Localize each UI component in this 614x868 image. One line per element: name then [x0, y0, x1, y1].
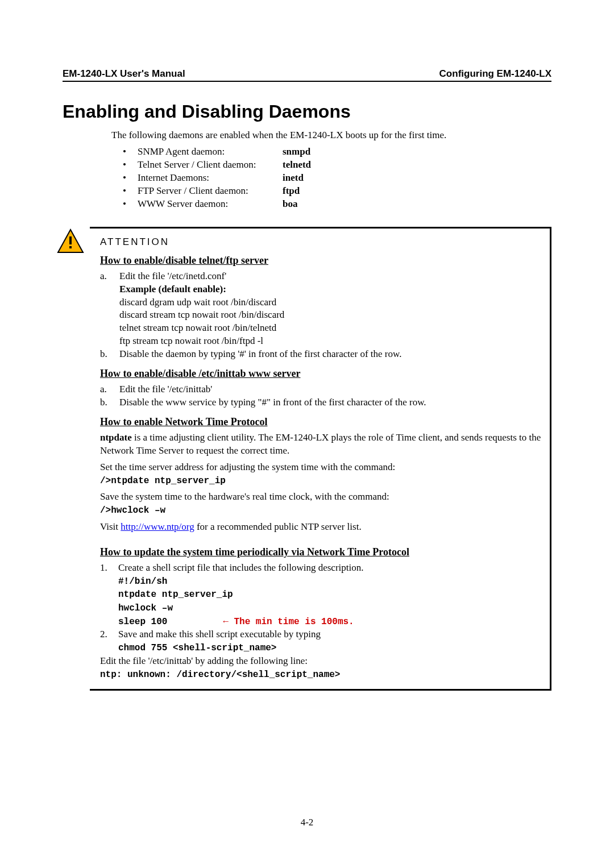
- list-marker: b.: [100, 348, 119, 361]
- section-heading: How to update the system time periodical…: [100, 546, 543, 558]
- code-line: discard stream tcp nowait root /bin/disc…: [119, 309, 284, 320]
- daemon-label: FTP Server / Client daemon:: [138, 185, 283, 198]
- list-item: 2. Save and make this shell script execu…: [100, 628, 543, 655]
- paragraph: ntpdate is a time adjusting client utili…: [100, 431, 543, 458]
- list-marker: a.: [100, 270, 119, 348]
- list-item: Internet Daemons: inetd: [123, 172, 551, 185]
- page-number: 4-2: [0, 817, 614, 828]
- code-line: telnet stream tcp nowait root /bin/telne…: [119, 322, 276, 333]
- page-header: EM-1240-LX User's Manual Configuring EM-…: [63, 68, 551, 82]
- list-item: b. Disable the www service by typing "#"…: [100, 396, 543, 409]
- list-item: Telnet Server / Client daemon: telnetd: [123, 159, 551, 172]
- svg-rect-2: [69, 246, 72, 248]
- text: Create a shell script file that includes…: [118, 562, 364, 573]
- manual-page: EM-1240-LX User's Manual Configuring EM-…: [0, 0, 614, 868]
- list-item: WWW Server daemon: boa: [123, 198, 551, 211]
- command: />ntpdate ntp_server_ip: [100, 476, 226, 486]
- list-item: b. Disable the daemon by typing '#' in f…: [100, 348, 543, 361]
- script-line: #!/bin/sh: [118, 576, 167, 587]
- list-marker: 2.: [100, 628, 118, 655]
- daemon-name: boa: [283, 198, 297, 211]
- paragraph: Visit http://www.ntp/org for a recommend…: [100, 521, 543, 534]
- term-ntpdate: ntpdate: [100, 432, 132, 443]
- list-item: 1. Create a shell script file that inclu…: [100, 562, 543, 628]
- ordered-list: a. Edit the file '/etc/inetd.conf' Examp…: [100, 270, 543, 362]
- ntp-link[interactable]: http://www.ntp/org: [121, 521, 194, 532]
- attention-box: ATTENTION How to enable/disable telnet/f…: [90, 227, 551, 691]
- script-line: ntpdate ntp_server_ip: [118, 589, 233, 600]
- list-marker: 1.: [100, 562, 118, 628]
- script-line: sleep 100: [118, 616, 221, 629]
- header-right: Configuring EM-1240-LX: [439, 68, 551, 80]
- code-line: ftp stream tcp nowait root /bin/ftpd -l: [119, 335, 263, 346]
- paragraph: Edit the file '/etc/inittab' by adding t…: [100, 655, 543, 682]
- script-line: hwclock –w: [118, 603, 173, 613]
- daemon-name: inetd: [283, 172, 304, 185]
- section-heading: How to enable/disable telnet/ftp server: [100, 255, 543, 267]
- section-heading: How to enable Network Time Protocol: [100, 416, 543, 428]
- text: is a time adjusting client utility. The …: [100, 432, 541, 456]
- text: Save and make this shell script executab…: [118, 629, 321, 639]
- example-label: Example (default enable):: [119, 284, 226, 294]
- command: chmod 755 <shell-script_name>: [118, 643, 276, 653]
- attention-label: ATTENTION: [100, 236, 543, 248]
- code-line: discard dgram udp wait root /bin/discard: [119, 297, 276, 308]
- daemon-label: Internet Daemons:: [138, 172, 283, 185]
- list-content: Disable the www service by typing "#" in…: [119, 396, 543, 409]
- daemon-name: snmpd: [283, 146, 310, 159]
- text: Set the time server address for adjustin…: [100, 462, 395, 472]
- list-marker: a.: [100, 383, 119, 396]
- list-content: Disable the daemon by typing '#' in fron…: [119, 348, 543, 361]
- svg-rect-1: [69, 236, 72, 244]
- list-content: Save and make this shell script executab…: [118, 628, 543, 655]
- list-content: Edit the file '/etc/inetd.conf' Example …: [119, 270, 543, 348]
- text: Save the system time to the hardware's r…: [100, 491, 389, 502]
- paragraph: Save the system time to the hardware's r…: [100, 491, 543, 517]
- text: Edit the file '/etc/inittab' by adding t…: [100, 655, 308, 666]
- daemon-label: Telnet Server / Client daemon:: [138, 159, 283, 172]
- numbered-list: 1. Create a shell script file that inclu…: [100, 562, 543, 655]
- daemon-label: SNMP Agent daemon:: [138, 146, 283, 159]
- list-content: Edit the file '/etc/inittab': [119, 383, 543, 396]
- list-marker: b.: [100, 396, 119, 409]
- list-content: Create a shell script file that includes…: [118, 562, 543, 628]
- list-item: a. Edit the file '/etc/inittab': [100, 383, 543, 396]
- header-left: EM-1240-LX User's Manual: [63, 68, 185, 80]
- intro-text: The following daemons are enabled when t…: [111, 129, 551, 142]
- daemon-name: ftpd: [283, 185, 300, 198]
- section-heading: How to enable/disable /etc/inittab www s…: [100, 368, 543, 380]
- list-item: FTP Server / Client daemon: ftpd: [123, 185, 551, 198]
- text: for a recommended public NTP server list…: [194, 521, 362, 532]
- command: ntp: unknown: /directory/<shell_script_n…: [100, 670, 340, 680]
- warning-triangle-icon: [57, 229, 84, 256]
- command: />hwclock –w: [100, 505, 165, 516]
- inline-note: ← The min time is 100ms.: [223, 617, 354, 627]
- text: Visit: [100, 521, 121, 532]
- list-item: SNMP Agent daemon: snmpd: [123, 146, 551, 159]
- text: Edit the file '/etc/inetd.conf': [119, 271, 226, 281]
- list-item: a. Edit the file '/etc/inetd.conf' Examp…: [100, 270, 543, 348]
- paragraph: Set the time server address for adjustin…: [100, 461, 543, 488]
- daemon-name: telnetd: [283, 159, 311, 172]
- ordered-list: a. Edit the file '/etc/inittab' b. Disab…: [100, 383, 543, 409]
- daemon-list: SNMP Agent daemon: snmpd Telnet Server /…: [123, 146, 551, 211]
- daemon-label: WWW Server daemon:: [138, 198, 283, 211]
- page-title: Enabling and Disabling Daemons: [63, 101, 551, 122]
